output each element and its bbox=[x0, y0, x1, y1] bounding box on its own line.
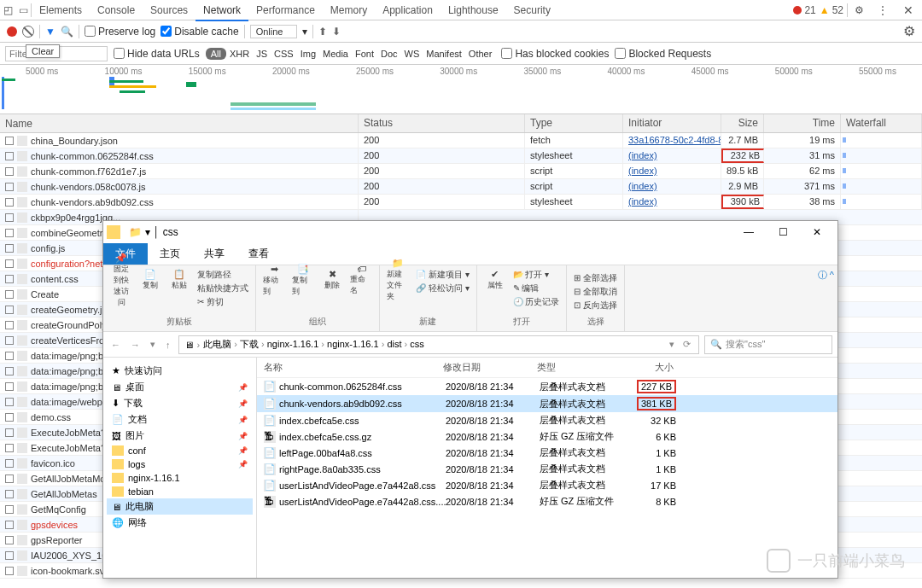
blocked-requests-checkbox[interactable]: Blocked Requests bbox=[615, 48, 711, 60]
nav-item[interactable]: nginx-1.16.1 bbox=[107, 471, 253, 485]
copy-path[interactable]: 复制路径 bbox=[197, 269, 248, 281]
col-initiator[interactable]: Initiator bbox=[623, 114, 721, 132]
settings-icon[interactable]: ⚙ bbox=[848, 4, 871, 16]
recent-dropdown[interactable]: ▾ bbox=[148, 339, 158, 350]
copy-to[interactable]: 📑复制到 bbox=[292, 269, 314, 291]
more-menu-icon[interactable]: ⋮ bbox=[871, 4, 895, 16]
filter-type-ws[interactable]: WS bbox=[401, 48, 423, 60]
minimize-button[interactable]: — bbox=[732, 221, 766, 243]
explorer-title-bar[interactable]: 📁 ▾ │ css — ☐ ✕ bbox=[103, 221, 837, 243]
explorer-tab[interactable]: 共享 bbox=[192, 243, 236, 265]
refresh-button[interactable]: ⟳ bbox=[680, 339, 693, 350]
col-time[interactable]: Time bbox=[764, 114, 841, 132]
nav-item[interactable]: ⬇下载📌 bbox=[107, 395, 253, 411]
error-indicator-icon[interactable] bbox=[793, 6, 802, 15]
select-none[interactable]: ⊟ 全部取消 bbox=[574, 286, 617, 298]
new-folder[interactable]: 📁新建文件夹 bbox=[387, 269, 409, 291]
preserve-log-checkbox[interactable]: Preserve log bbox=[85, 26, 155, 38]
file-row[interactable]: 🗜index.cbefca5e.css.gz2020/8/18 21:34好压 … bbox=[257, 428, 837, 445]
ribbon-collapse-icon[interactable]: ⓘ ^ bbox=[814, 265, 837, 331]
pin-to-quick-access[interactable]: 📌固定到快速访问 bbox=[110, 269, 132, 291]
filter-type-css[interactable]: CSS bbox=[271, 48, 297, 60]
throttle-dropdown-icon[interactable]: ▾ bbox=[302, 26, 307, 38]
copy-button[interactable]: 📄复制 bbox=[139, 269, 161, 291]
network-row[interactable]: china_Boundary.json200fetch33a16678-50c2… bbox=[0, 133, 922, 148]
col-waterfall[interactable]: Waterfall bbox=[841, 114, 922, 132]
paste-shortcut[interactable]: 粘贴快捷方式 bbox=[197, 282, 248, 294]
filter-type-font[interactable]: Font bbox=[352, 48, 377, 60]
filter-type-media[interactable]: Media bbox=[319, 48, 352, 60]
tab-security[interactable]: Security bbox=[506, 1, 558, 20]
filter-type-manifest[interactable]: Manifest bbox=[423, 48, 465, 60]
nav-item[interactable]: logs📌 bbox=[107, 457, 253, 471]
col-status[interactable]: Status bbox=[359, 114, 525, 132]
nav-item[interactable]: 🖥此电脑 bbox=[107, 498, 253, 515]
tab-application[interactable]: Application bbox=[375, 1, 441, 20]
explorer-tab[interactable]: 主页 bbox=[148, 243, 192, 265]
record-button[interactable] bbox=[7, 26, 17, 37]
filter-type-js[interactable]: JS bbox=[253, 48, 271, 60]
maximize-button[interactable]: ☐ bbox=[766, 221, 800, 243]
file-row[interactable]: 📄leftPage.00baf4a8.css2020/8/18 21:34层叠样… bbox=[257, 445, 837, 461]
blocked-cookies-checkbox[interactable]: Has blocked cookies bbox=[501, 48, 609, 60]
tab-lighthouse[interactable]: Lighthouse bbox=[441, 1, 506, 20]
up-button[interactable]: ↑ bbox=[163, 340, 173, 350]
breadcrumb[interactable]: css bbox=[410, 339, 424, 349]
tab-network[interactable]: Network bbox=[195, 1, 248, 21]
file-row[interactable]: 📄rightPage.8a0ab335.css2020/8/18 21:34层叠… bbox=[257, 461, 837, 477]
network-row[interactable]: chunk-common.0625284f.css200stylesheet(i… bbox=[0, 148, 922, 164]
search-icon[interactable]: 🔍 bbox=[61, 26, 73, 38]
throttling-select[interactable]: Online bbox=[250, 25, 298, 38]
close-window-button[interactable]: ✕ bbox=[800, 221, 834, 243]
file-row[interactable]: 📄userListAndVideoPage.e7a442a8.css2020/8… bbox=[257, 477, 837, 493]
network-settings-icon[interactable]: ⚙ bbox=[903, 23, 915, 39]
breadcrumb[interactable]: dist bbox=[387, 339, 401, 349]
network-row[interactable]: chunk-common.f762d1e7.js200script(index)… bbox=[0, 164, 922, 179]
nav-item[interactable]: tebian bbox=[107, 485, 253, 498]
filter-type-img[interactable]: Img bbox=[297, 48, 319, 60]
device-icon[interactable]: ▭ bbox=[15, 4, 31, 16]
back-button[interactable]: ← bbox=[108, 340, 123, 350]
history[interactable]: 🕘 历史记录 bbox=[513, 296, 560, 308]
nav-item[interactable]: 📄文档📌 bbox=[107, 411, 253, 428]
breadcrumb[interactable]: nginx-1.16.1 bbox=[327, 339, 379, 349]
navigation-pane[interactable]: ★快速访问🖥桌面📌⬇下载📌📄文档📌🖼图片📌conf📌logs📌nginx-1.1… bbox=[103, 358, 257, 578]
inspect-icon[interactable]: ◰ bbox=[0, 4, 15, 16]
address-bar[interactable]: 🖥› 此电脑 › 下载 › nginx-1.16.1 › nginx-1.16.… bbox=[178, 335, 700, 354]
move-to[interactable]: ➡移动到 bbox=[263, 269, 285, 291]
filter-type-other[interactable]: Other bbox=[465, 48, 496, 60]
rename[interactable]: 🏷重命名 bbox=[350, 269, 372, 291]
nav-item[interactable]: ★快速访问 bbox=[107, 363, 253, 379]
explorer-column-header[interactable]: 名称 修改日期 类型 大小 bbox=[257, 358, 837, 378]
hide-data-urls-checkbox[interactable]: Hide data URLs bbox=[114, 48, 200, 60]
clear-button[interactable] bbox=[22, 26, 34, 38]
select-all[interactable]: ⊞ 全部选择 bbox=[574, 272, 617, 284]
warning-indicator-icon[interactable]: ▲ bbox=[820, 4, 830, 16]
new-item[interactable]: 📄 新建项目 ▾ bbox=[416, 269, 470, 281]
timeline-overview[interactable]: 5000 ms10000 ms15000 ms20000 ms25000 ms3… bbox=[0, 65, 922, 114]
tab-memory[interactable]: Memory bbox=[323, 1, 375, 20]
nav-item[interactable]: conf📌 bbox=[107, 444, 253, 457]
tab-elements[interactable]: Elements bbox=[32, 1, 90, 20]
network-row[interactable]: chunk-vendors.ab9db092.css200stylesheet(… bbox=[0, 195, 922, 210]
invert-selection[interactable]: ⊡ 反向选择 bbox=[574, 300, 617, 311]
paste-button[interactable]: 📋粘贴 bbox=[168, 269, 190, 291]
explorer-tab[interactable]: 查看 bbox=[236, 243, 281, 265]
filter-type-all[interactable]: All bbox=[206, 48, 226, 60]
filter-toggle-icon[interactable]: ▼ bbox=[45, 26, 55, 38]
download-har-icon[interactable]: ⬇ bbox=[332, 26, 341, 38]
cut[interactable]: ✂ 剪切 bbox=[197, 296, 248, 308]
nav-item[interactable]: 🌐网络 bbox=[107, 515, 253, 531]
filter-type-doc[interactable]: Doc bbox=[377, 48, 401, 60]
upload-har-icon[interactable]: ⬆ bbox=[318, 26, 327, 38]
file-row[interactable]: 📄chunk-vendors.ab9db092.css2020/8/18 21:… bbox=[257, 395, 837, 412]
file-row[interactable]: 📄index.cbefca5e.css2020/8/18 21:34层叠样式表文… bbox=[257, 412, 837, 428]
nav-item[interactable]: 🖥桌面📌 bbox=[107, 379, 253, 395]
tab-performance[interactable]: Performance bbox=[248, 1, 323, 20]
col-name[interactable]: Name bbox=[0, 114, 359, 132]
filter-type-xhr[interactable]: XHR bbox=[226, 48, 253, 60]
delete[interactable]: ✖删除 bbox=[321, 269, 343, 291]
nav-item[interactable]: 🖼图片📌 bbox=[107, 428, 253, 444]
tab-sources[interactable]: Sources bbox=[143, 1, 195, 20]
explorer-search-input[interactable]: 🔍 搜索"css" bbox=[704, 335, 832, 354]
